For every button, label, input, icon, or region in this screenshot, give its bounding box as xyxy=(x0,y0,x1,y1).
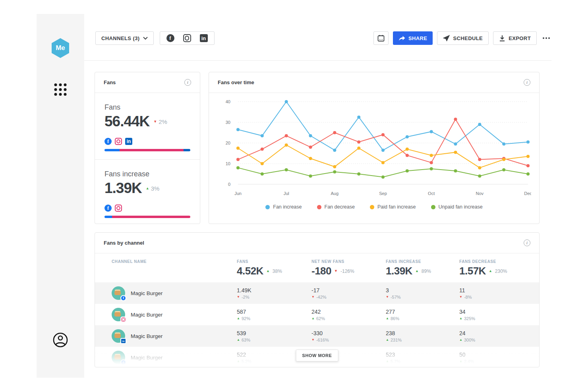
export-button[interactable]: EXPORT xyxy=(493,31,537,45)
svg-text:40: 40 xyxy=(226,99,230,104)
svg-text:Nov: Nov xyxy=(476,191,484,196)
table-card-title: Fans by channel xyxy=(104,240,144,246)
column-header: FANS DECREASE xyxy=(459,259,522,264)
facebook-icon: f xyxy=(120,295,126,301)
instagram-icon[interactable] xyxy=(183,34,191,42)
column-change: 230% xyxy=(495,268,507,274)
export-label: EXPORT xyxy=(509,35,531,41)
svg-text:10: 10 xyxy=(226,161,230,166)
legend-label: Unpaid fan increase xyxy=(439,204,483,210)
info-icon[interactable]: i xyxy=(524,239,530,246)
cell-value: 242 xyxy=(311,309,386,315)
legend-dot xyxy=(317,205,321,209)
trend-icon: ▼ xyxy=(459,295,462,299)
channel-name: Magic Burger xyxy=(131,290,162,296)
cell-change: -57% xyxy=(391,295,401,299)
fans-metric: Fans 56.44K ▼2% f in xyxy=(95,93,200,159)
show-more-button[interactable]: SHOW MORE xyxy=(296,350,338,361)
selected-channels-box: f in xyxy=(160,31,215,45)
account-icon[interactable] xyxy=(52,332,69,350)
facebook-icon[interactable]: f xyxy=(166,34,174,42)
more-options-icon[interactable] xyxy=(541,35,551,41)
share-button[interactable]: SHARE xyxy=(393,31,433,45)
legend-label: Fan increase xyxy=(273,204,302,210)
info-icon[interactable]: i xyxy=(184,79,191,86)
column-header: NET NEW FANS xyxy=(311,259,386,264)
fans-card-title: Fans xyxy=(104,79,116,85)
fans-increase-metric: Fans increase 1.39K ▲3% f xyxy=(95,159,200,226)
trend-icon: ▲ xyxy=(237,317,240,320)
cell-value: 3 xyxy=(386,287,459,294)
fans-over-time-chart: 403020100JunJulAugSepOctNovDec xyxy=(218,95,530,203)
cell-change: 86% xyxy=(391,316,399,321)
metric-change: 2% xyxy=(159,118,167,125)
top-toolbar: CHANNELS (3) f in SHARE SCHED xyxy=(84,28,551,48)
fans-over-time-card: Fans over time i 403020100JunJulAugSepOc… xyxy=(209,72,540,224)
table-row[interactable]: f Magic Burger 1.49K▼-2% -17▼-42% 3▼-57%… xyxy=(95,282,539,304)
trend-icon: ▲ xyxy=(311,317,315,320)
legend-label: Paid fan increase xyxy=(377,204,416,210)
schedule-button[interactable]: SCHEDULE xyxy=(437,31,489,45)
metric-value: 1.39K xyxy=(104,180,142,197)
column-total: 1.39K xyxy=(386,265,412,277)
linkedin-icon[interactable]: in xyxy=(200,34,208,42)
cell-change: -616% xyxy=(316,338,329,342)
date-range-button[interactable] xyxy=(373,31,389,45)
trend-icon: ▼ xyxy=(386,295,389,299)
column-header: FANS INCREASE xyxy=(386,259,459,264)
legend-item[interactable]: Fan increase xyxy=(265,204,302,210)
channel-avatar: f xyxy=(112,286,125,300)
svg-text:Jun: Jun xyxy=(234,191,242,196)
trend-icon: ▲ xyxy=(266,269,270,273)
facebook-icon: f xyxy=(120,359,126,365)
share-icon xyxy=(398,35,405,41)
send-icon xyxy=(443,35,450,41)
table-row[interactable]: in Magic Burger 539▲63% -330▼-616% 238▲2… xyxy=(95,325,539,347)
trend-icon: ▲ xyxy=(415,269,419,273)
legend-item[interactable]: Unpaid fan increase xyxy=(431,204,483,210)
cell-change: 325% xyxy=(464,316,475,321)
column-header: CHANNEL NAME xyxy=(112,259,237,264)
column-total: 4.52K xyxy=(237,265,263,277)
cell-change: 62% xyxy=(316,316,325,321)
instagram-icon xyxy=(115,138,122,145)
trend-icon: ▲ xyxy=(459,317,462,320)
legend-dot xyxy=(370,205,374,209)
cell-value: -330 xyxy=(311,330,386,336)
channel-share-bar xyxy=(104,216,190,218)
channel-share-bar xyxy=(104,149,190,151)
toolbar-divider xyxy=(84,60,551,61)
table-row[interactable]: Magic Burger 587▲92% 242▲62% 277▲86% 34▲… xyxy=(95,304,539,325)
legend-item[interactable]: Fan decrease xyxy=(317,204,355,210)
cell-value: 523 xyxy=(386,351,459,358)
chevron-down-icon xyxy=(143,37,148,40)
cell-change: 5.7% xyxy=(391,359,400,364)
trend-icon: ▲ xyxy=(386,338,389,342)
legend-label: Fan decrease xyxy=(325,204,355,210)
app-logo[interactable]: Me xyxy=(51,38,70,58)
legend-dot xyxy=(265,205,270,209)
channel-name: Magic Burger xyxy=(131,355,162,361)
schedule-label: SCHEDULE xyxy=(453,35,483,41)
chart-legend: Fan increase Fan decrease Paid fan incre… xyxy=(218,204,530,210)
svg-text:Sep: Sep xyxy=(379,191,387,196)
sidebar: Me xyxy=(37,14,84,378)
apps-grid-icon[interactable] xyxy=(54,83,67,96)
cell-change: 5.2% xyxy=(242,359,251,364)
svg-text:Jul: Jul xyxy=(284,191,289,196)
legend-item[interactable]: Paid fan increase xyxy=(370,204,416,210)
column-total: -180 xyxy=(311,265,331,277)
trend-icon: ▲ xyxy=(237,360,240,363)
channel-avatar xyxy=(112,308,125,321)
svg-text:30: 30 xyxy=(226,120,230,125)
cell-change: -8% xyxy=(464,295,472,299)
cell-value: 539 xyxy=(237,330,311,336)
info-icon[interactable]: i xyxy=(524,79,530,86)
linkedin-icon: in xyxy=(125,138,132,145)
metric-label: Fans increase xyxy=(104,170,190,178)
svg-text:0: 0 xyxy=(228,182,230,187)
channel-name: Magic Burger xyxy=(131,333,162,339)
cell-change: 231% xyxy=(391,338,402,342)
chart-card-title: Fans over time xyxy=(218,79,254,85)
channels-dropdown[interactable]: CHANNELS (3) xyxy=(95,31,154,45)
